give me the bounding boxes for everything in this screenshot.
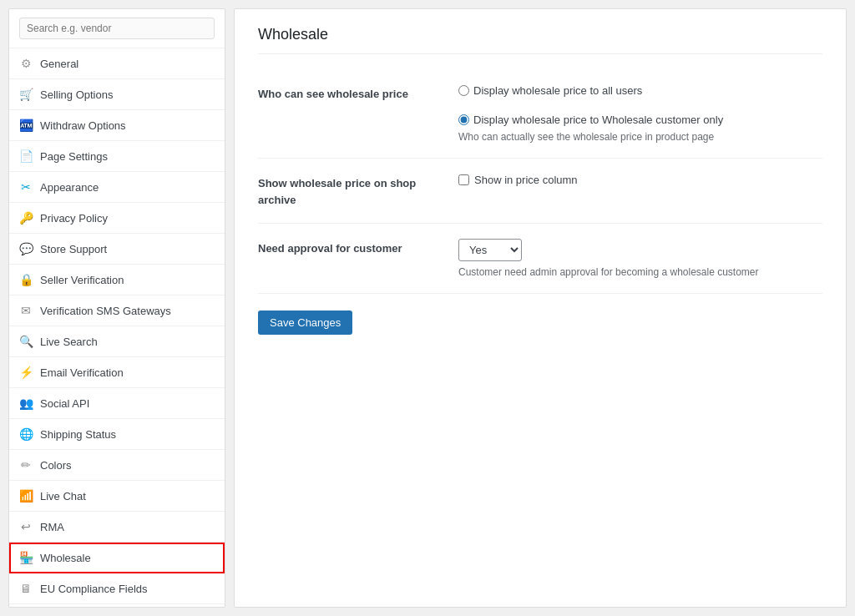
sidebar-item-general[interactable]: ⚙General [9, 48, 225, 79]
sidebar-item-privacy-policy[interactable]: 🔑Privacy Policy [9, 203, 225, 234]
verification-sms-icon: ✉ [19, 304, 33, 317]
sidebar-item-label-page-settings: Page Settings [40, 150, 108, 163]
select-field-approval[interactable]: YesNo [458, 239, 522, 261]
privacy-policy-icon: 🔑 [19, 211, 33, 225]
settings-desc-approval: Customer need admin approval for becomin… [458, 266, 822, 278]
sidebar-item-label-email-verification: Email Verification [40, 366, 124, 379]
sidebar-item-eu-compliance[interactable]: 🖥EU Compliance Fields [9, 573, 225, 604]
selling-options-icon: 🛒 [19, 88, 33, 101]
sidebar-item-seller-verification[interactable]: 🔒Seller Verification [9, 265, 225, 295]
sidebar-item-label-live-chat: Live Chat [40, 490, 86, 502]
appearance-icon: ✂ [19, 180, 33, 194]
sidebar-item-label-general: General [40, 58, 78, 70]
radio-option-who-can-see-0[interactable]: Display wholesale price to all users [458, 84, 642, 97]
page-title: Wholesale [258, 26, 822, 54]
sidebar: ⚙General🛒Selling Options🏧Withdraw Option… [8, 8, 225, 608]
settings-label-approval: Need approval for customer [258, 239, 442, 257]
sidebar-item-social-api[interactable]: 👥Social API [9, 388, 225, 419]
settings-row-show-price: Show wholesale price on shop archiveShow… [258, 159, 822, 224]
radio-option-who-can-see-1[interactable]: Display wholesale price to Wholesale cus… [458, 114, 723, 126]
radio-label-who-can-see-0: Display wholesale price to all users [473, 84, 642, 97]
sidebar-item-rma[interactable]: ↩RMA [9, 512, 225, 543]
save-changes-button[interactable]: Save Changes [258, 311, 352, 335]
settings-row-approval: Need approval for customerYesNoCustomer … [258, 224, 822, 294]
eu-compliance-icon: 🖥 [19, 582, 33, 595]
settings-form: Who can see wholesale priceDisplay whole… [258, 69, 822, 294]
sidebar-item-label-eu-compliance: EU Compliance Fields [40, 583, 148, 595]
sidebar-item-label-wholesale: Wholesale [40, 552, 91, 564]
live-search-icon: 🔍 [19, 335, 33, 348]
colors-icon: ✏ [19, 458, 33, 472]
live-chat-icon: 📶 [19, 489, 33, 502]
sidebar-item-wholesale[interactable]: 🏪Wholesale [9, 543, 225, 573]
rma-icon: ↩ [19, 520, 33, 533]
sidebar-search-input[interactable] [19, 18, 215, 39]
settings-label-who-can-see: Who can see wholesale price [258, 84, 442, 103]
settings-row-who-can-see: Who can see wholesale priceDisplay whole… [258, 69, 822, 159]
page-wrapper: ⚙General🛒Selling Options🏧Withdraw Option… [0, 0, 855, 616]
sidebar-search-container [9, 9, 225, 48]
sidebar-item-label-social-api: Social API [40, 397, 89, 410]
sidebar-item-label-withdraw-options: Withdraw Options [40, 119, 126, 132]
sidebar-item-email-verification[interactable]: ⚡Email Verification [9, 357, 225, 388]
sidebar-item-label-appearance: Appearance [40, 181, 99, 194]
general-icon: ⚙ [19, 57, 33, 70]
settings-desc-who-can-see: Who can actually see the wholesale price… [458, 131, 822, 143]
settings-label-show-price: Show wholesale price on shop archive [258, 174, 442, 208]
withdraw-options-icon: 🏧 [19, 119, 33, 132]
sidebar-item-label-shipping-status: Shipping Status [40, 428, 116, 441]
checkbox-input-show-price[interactable] [458, 174, 469, 185]
main-content: Wholesale Who can see wholesale priceDis… [234, 8, 847, 608]
sidebar-item-page-settings[interactable]: 📄Page Settings [9, 141, 225, 172]
sidebar-item-label-colors: Colors [40, 459, 72, 472]
social-api-icon: 👥 [19, 396, 33, 410]
page-settings-icon: 📄 [19, 149, 33, 163]
checkbox-label-show-price: Show in price column [474, 174, 578, 186]
seller-verification-icon: 🔒 [19, 273, 33, 286]
settings-control-approval: YesNoCustomer need admin approval for be… [458, 239, 822, 278]
sidebar-item-label-selling-options: Selling Options [40, 88, 113, 101]
sidebar-item-live-chat[interactable]: 📶Live Chat [9, 481, 225, 512]
sidebar-item-label-privacy-policy: Privacy Policy [40, 212, 108, 225]
radio-input-who-can-see-0[interactable] [458, 85, 469, 96]
sidebar-item-label-store-support: Store Support [40, 243, 107, 255]
shipping-status-icon: 🌐 [19, 427, 33, 441]
sidebar-item-delivery-time[interactable]: 🕐Delivery Time [9, 604, 225, 608]
checkbox-option-show-price[interactable]: Show in price column [458, 174, 822, 186]
settings-control-show-price: Show in price column [458, 174, 822, 186]
radio-input-who-can-see-1[interactable] [458, 114, 469, 125]
sidebar-item-store-support[interactable]: 💬Store Support [9, 234, 225, 265]
sidebar-item-label-seller-verification: Seller Verification [40, 274, 124, 286]
radio-group-who-can-see: Display wholesale price to all usersDisp… [458, 84, 822, 126]
sidebar-item-withdraw-options[interactable]: 🏧Withdraw Options [9, 110, 225, 141]
sidebar-item-appearance[interactable]: ✂Appearance [9, 172, 225, 203]
wholesale-icon: 🏪 [19, 551, 33, 564]
sidebar-item-shipping-status[interactable]: 🌐Shipping Status [9, 419, 225, 450]
sidebar-item-live-search[interactable]: 🔍Live Search [9, 326, 225, 357]
sidebar-nav: ⚙General🛒Selling Options🏧Withdraw Option… [9, 48, 225, 608]
store-support-icon: 💬 [19, 242, 33, 255]
radio-label-who-can-see-1: Display wholesale price to Wholesale cus… [473, 114, 723, 126]
sidebar-item-colors[interactable]: ✏Colors [9, 450, 225, 481]
settings-control-who-can-see: Display wholesale price to all usersDisp… [458, 84, 822, 143]
sidebar-item-label-verification-sms: Verification SMS Gateways [40, 305, 171, 317]
email-verification-icon: ⚡ [19, 366, 33, 379]
sidebar-item-selling-options[interactable]: 🛒Selling Options [9, 79, 225, 110]
sidebar-item-verification-sms[interactable]: ✉Verification SMS Gateways [9, 295, 225, 326]
sidebar-item-label-live-search: Live Search [40, 336, 98, 348]
sidebar-item-label-rma: RMA [40, 521, 64, 533]
